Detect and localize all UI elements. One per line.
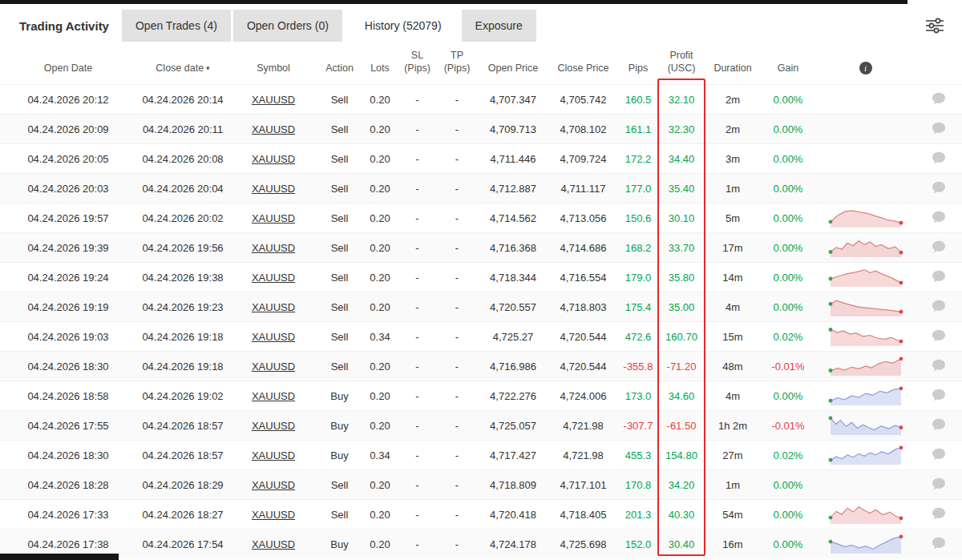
symbol-link[interactable]: XAUUSD [252,301,295,313]
cell-lots: 0.20 [362,263,398,292]
comment-bubble-glyph [932,151,946,164]
cell-close-price: 4,718.803 [548,292,618,322]
cell-close-date: 04.24.2026 20:14 [136,85,229,115]
cell-gain: 0.00% [761,500,815,530]
comment-bubble-icon[interactable] [932,389,946,401]
cell-symbol: XAUUSD [229,174,317,203]
cell-gain: 0.00% [761,233,815,263]
cell-sl: - [398,470,436,500]
comment-bubble-icon[interactable] [932,181,946,194]
cell-open-date: 04.24.2026 19:19 [0,292,136,322]
symbol-link[interactable]: XAUUSD [252,538,295,550]
tab-history-52079[interactable]: History (52079) [351,10,455,42]
symbol-link[interactable]: XAUUSD [252,183,295,195]
trade-row: 04.24.2026 19:3904.24.2026 19:56XAUUSDSe… [0,233,962,263]
cell-symbol: XAUUSD [229,85,317,115]
spark-start-dot [828,540,832,544]
column-header-comment [916,45,962,85]
comment-bubble-icon[interactable] [932,359,946,372]
trade-sparkline-buy [827,531,904,555]
cell-close-date: 04.24.2026 19:02 [136,381,229,411]
cell-lots: 0.20 [362,85,398,115]
cell-open-price: 4,720.418 [478,500,548,530]
symbol-link[interactable]: XAUUSD [252,449,295,461]
symbol-link[interactable]: XAUUSD [252,94,295,106]
cell-gain: 0.02% [761,441,815,470]
symbol-link[interactable]: XAUUSD [252,361,295,373]
cell-comment [916,530,962,559]
cell-profit: 34.60 [658,381,705,411]
column-header-action: Action [317,45,362,85]
cell-tp: - [436,411,478,441]
comment-bubble-icon[interactable] [932,537,946,550]
cell-sl: - [398,292,436,322]
spark-end-dot [899,425,903,429]
comment-bubble-icon[interactable] [932,240,946,253]
cell-pips: 177.0 [618,174,658,203]
filter-sliders-icon[interactable] [925,10,944,42]
tab-exposure[interactable]: Exposure [462,10,536,42]
cell-close-price: 4,716.554 [548,263,618,292]
spark-end-dot [899,445,903,449]
symbol-link[interactable]: XAUUSD [252,272,295,284]
column-header-close-date[interactable]: Close date▾ [136,45,229,85]
trade-sparkline-buy [827,442,904,466]
cell-gain: 0.00% [761,530,815,559]
symbol-link[interactable]: XAUUSD [252,479,295,491]
comment-bubble-icon[interactable] [932,270,946,283]
cell-open-price: 4,716.368 [478,233,548,263]
cell-chart [815,500,916,530]
comment-bubble-icon[interactable] [932,300,946,312]
cell-duration: 3m [705,144,761,174]
cell-close-date: 04.24.2026 18:57 [136,441,229,470]
comment-bubble-icon[interactable] [932,477,946,490]
cell-profit: 35.00 [658,292,705,322]
trade-sparkline-sell [827,205,904,229]
cell-chart [815,470,916,500]
symbol-link[interactable]: XAUUSD [252,242,295,254]
trade-row: 04.24.2026 18:2804.24.2026 18:29XAUUSDSe… [0,470,962,500]
comment-bubble-icon[interactable] [932,507,946,520]
spark-end-dot [899,251,903,255]
trade-row: 04.24.2026 20:1204.24.2026 20:14XAUUSDSe… [0,85,962,115]
symbol-link[interactable]: XAUUSD [252,509,295,521]
cell-duration: 17m [705,233,761,263]
comment-bubble-icon[interactable] [932,151,946,164]
cell-open-price: 4,718.344 [478,263,548,292]
cell-comment [916,381,962,411]
comment-bubble-icon[interactable] [932,448,946,461]
cell-symbol: XAUUSD [229,352,317,381]
cell-action: Buy [317,411,362,441]
cell-action: Sell [317,233,362,263]
comment-bubble-icon[interactable] [932,211,946,224]
cell-action: Buy [317,441,362,470]
comment-bubble-icon[interactable] [932,329,946,342]
trade-row: 04.24.2026 19:0304.24.2026 19:18XAUUSDSe… [0,322,962,352]
cell-open-price: 4,716.986 [478,352,548,381]
cell-symbol: XAUUSD [229,530,317,559]
symbol-link[interactable]: XAUUSD [252,390,295,402]
comment-bubble-icon[interactable] [932,418,946,431]
cell-comment [916,411,962,441]
cell-close-date: 04.24.2026 19:18 [136,352,229,381]
cell-sl: - [398,352,436,381]
cell-profit: -71.20 [658,352,705,381]
comment-bubble-icon[interactable] [932,92,946,105]
symbol-link[interactable]: XAUUSD [252,153,295,165]
symbol-link[interactable]: XAUUSD [252,123,295,135]
tab-open-trades-4[interactable]: Open Trades (4) [122,10,231,42]
column-header-close-price: Close Price [548,45,618,85]
comment-bubble-icon[interactable] [932,122,946,135]
info-icon[interactable]: i [859,62,872,75]
cell-duration: 1m [705,174,761,203]
cell-chart [815,411,916,441]
cell-comment [916,322,962,352]
cell-action: Sell [317,85,362,115]
tab-open-orders-0[interactable]: Open Orders (0) [233,10,342,42]
symbol-link[interactable]: XAUUSD [252,420,295,432]
symbol-link[interactable]: XAUUSD [252,212,295,224]
cell-profit: 30.40 [658,530,705,559]
symbol-link[interactable]: XAUUSD [252,331,295,343]
column-header-duration: Duration [705,45,761,85]
cell-open-price: 4,709.713 [478,115,548,144]
